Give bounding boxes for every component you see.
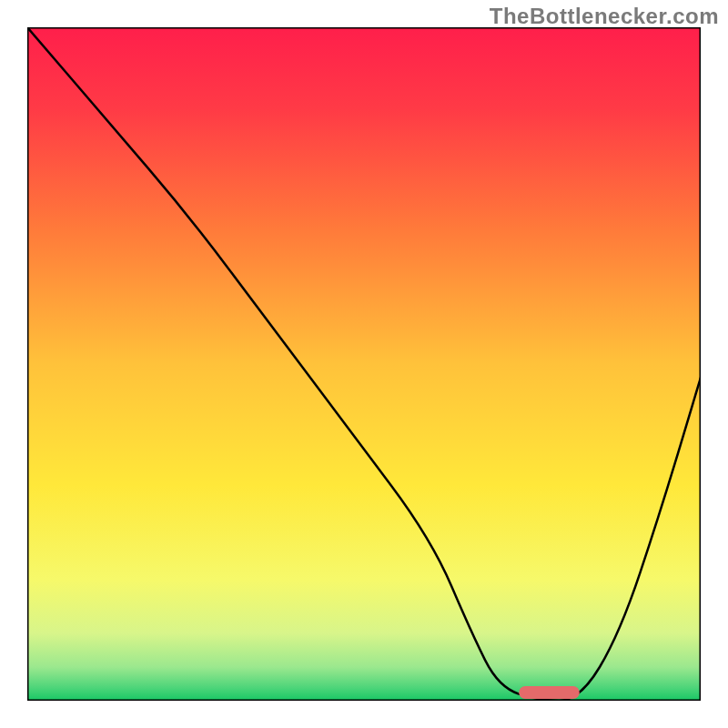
gradient-background: [27, 27, 701, 701]
chart-container: TheBottlenecker.com: [0, 0, 728, 728]
bottleneck-chart: [27, 27, 701, 701]
watermark-text: TheBottlenecker.com: [490, 4, 719, 29]
plot-area: [27, 27, 701, 701]
optimal-marker: [519, 686, 580, 699]
